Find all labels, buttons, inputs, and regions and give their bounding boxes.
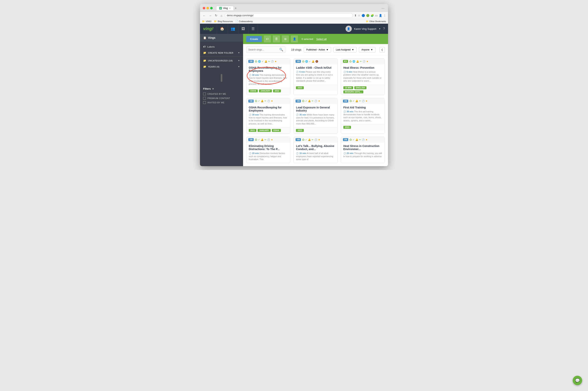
sort-filter-dropdown[interactable]: Last Assigned ▼ [333, 47, 357, 52]
bell-icon: 🔔 [308, 138, 311, 141]
power-icon: ⏻ [349, 60, 352, 63]
person-filter-chevron: ▼ [371, 48, 373, 51]
pencil-icon: ✏ [268, 60, 270, 63]
ving-card-7[interactable]: VM ⏻✓🔔✏🕐★ Let's Talk... Bullying, Abusiv… [294, 137, 337, 163]
filter-invited-by-me[interactable]: INVITED BY ME [203, 101, 240, 104]
sidebar-scrollbar[interactable] [221, 74, 222, 82]
maximize-traffic-light[interactable] [210, 7, 213, 9]
uncategorized-folder[interactable]: 📁 UNCATEGORIZED (18) ▼ [200, 58, 243, 64]
person-filter-dropdown[interactable]: Anyone ▼ [359, 47, 375, 52]
extension-icon-2[interactable]: 🟢 [366, 14, 369, 17]
tag-action-btn[interactable]: 🏷 [264, 35, 271, 42]
user-profile-icon[interactable]: 👤 [379, 14, 382, 17]
ving-card-header: VM ⏻✓🔔✏🕐★ [341, 98, 385, 104]
years-chevron: ▼ [238, 66, 240, 68]
filter-checkbox-invited[interactable] [203, 101, 206, 104]
sidebar-icon[interactable]: ▭ [375, 14, 378, 17]
ving-desc: 🕐 25 min Through this training, you will… [343, 152, 382, 158]
ving-time: 🕐 30 min [249, 113, 259, 116]
ving-card-5[interactable]: VM ⏻✓🔔✏🕐★ First Aid Training 🕐 30 min Th… [341, 98, 385, 134]
tab-favicon: V [219, 7, 222, 9]
pencil-icon: ✏ [360, 60, 362, 63]
bookmark-ving[interactable]: 📁 VING! [202, 20, 212, 23]
ving-time: 🕐 30 min [343, 110, 354, 113]
ving-desc: 🕐 30 min This first aid training demonst… [343, 110, 382, 122]
minimize-traffic-light[interactable] [206, 7, 209, 9]
new-tab-button[interactable]: + [235, 6, 237, 10]
filter-checkbox-premium[interactable] [203, 97, 206, 99]
bell-icon: 🔔 [356, 60, 359, 63]
app-logo[interactable]: ving! [203, 26, 213, 31]
nav-users[interactable]: 👥 [228, 24, 238, 34]
years-folder[interactable]: 📁 YEARS (4) ▼ [200, 64, 243, 70]
star-icon: ★ [318, 99, 320, 102]
status-filter-dropdown[interactable]: Published - Active ▼ [304, 47, 331, 52]
nav-media[interactable]: 🖼 [238, 24, 248, 34]
action-bar: Create 🏷 🗄 ⧉ 👤 0 selected Select all [243, 34, 388, 44]
other-bookmarks[interactable]: 📁 Other Bookmarks [366, 20, 386, 23]
url-bar[interactable] [225, 13, 353, 18]
create-folder-label: CREATE NEW FOLDER [208, 52, 233, 54]
check-icon: ✓ [258, 99, 260, 102]
ving-tag: 2021 [249, 129, 256, 132]
labels-title: Labels [207, 46, 215, 48]
nav-home[interactable]: 🏠 [217, 24, 228, 34]
ving-time: 🕐 20 min [249, 152, 259, 155]
user-name: Karen Ving Support [354, 27, 376, 30]
share-icon[interactable]: ⬆ [354, 14, 357, 17]
pencil-icon: ✏ [264, 99, 266, 102]
ving-card-header: VM ⏻✓🔔✏🕐★ [246, 137, 290, 142]
archive-action-btn[interactable]: 🗄 [273, 35, 280, 42]
person-filter-label: Anyone [361, 48, 369, 51]
copy-action-btn[interactable]: ⧉ [282, 35, 289, 42]
filter-bar: 🔍 19 vings Published - Active ▼ Last Ass… [243, 44, 388, 55]
ving-card-6[interactable]: VM ⏻✓🔔✏🕐★ Eliminating Driving Distractio… [246, 137, 290, 163]
ving-card-header: VM ⏻✓🔔✏🕐★ [294, 98, 337, 104]
star-icon: ★ [365, 99, 368, 102]
check-icon: ✓ [353, 138, 355, 141]
ving-card-3[interactable]: VM ⏻✓🔔✏🕐★ OSHA Recordkeeping for Employe… [246, 98, 290, 134]
filter-premium-content[interactable]: PREMIUM CONTENT [203, 97, 240, 99]
ving-card-1[interactable]: VM ⏻🌐✓🔔🔕 Ladder #345 - Check In/Out 🕐 5 … [294, 59, 337, 95]
user-dropdown-icon[interactable]: ▼ [379, 28, 381, 30]
ving-card-0[interactable]: VM ⏻🌐✓🔔✏🕐★ OSHA Recordkeeping for Employ… [246, 59, 290, 95]
bookmark-codeacademy[interactable]: 📄 Codeacademy [235, 20, 253, 23]
ving-tag: 2023 [296, 129, 303, 132]
nav-settings[interactable]: ☰ [248, 24, 258, 34]
vings-grid: VM ⏻🌐✓🔔✏🕐★ OSHA Recordkeeping for Employ… [243, 55, 388, 166]
ving-card-2[interactable]: KV ⏻🌐🔔✏🕐★ Heat Illness: Prevention 🕐 5 m… [341, 59, 385, 95]
ving-badge: VM [295, 138, 301, 141]
tab-close-btn[interactable]: ✕ [229, 7, 231, 9]
traffic-lights [203, 7, 213, 9]
create-button[interactable]: Create [246, 36, 262, 42]
reload-button[interactable]: ↻ [214, 13, 218, 18]
ving-card-body: Heat Illness: Prevention 🕐 5 min Heat il… [341, 64, 385, 85]
select-all-link[interactable]: Select all [316, 38, 327, 40]
ving-icons: ⏻✓🔔✏🕐★ [302, 138, 320, 141]
bookmark-blog-resources[interactable]: 📁 Blog Resources [214, 20, 233, 23]
back-button-grid[interactable]: ❮ [379, 47, 385, 52]
sidebar-labels-header[interactable]: 🏷 Labels [200, 44, 243, 50]
forward-button[interactable]: → [208, 13, 213, 18]
ving-icons: ⏻✓🔔✏🕐★ [255, 99, 273, 102]
home-button[interactable]: ⌂ [220, 13, 223, 18]
ving-card-8[interactable]: VM ⏻✓🔔✏🕐★ Heat Stress in Construction En… [341, 137, 385, 163]
back-button[interactable]: ← [202, 13, 206, 18]
vings-count: 19 vings [291, 48, 301, 51]
search-input[interactable] [248, 48, 278, 51]
active-tab[interactable]: V Ving ✕ [216, 6, 234, 10]
close-traffic-light[interactable] [203, 7, 205, 9]
ving-title: Eliminating Driving Distractions: To The… [249, 144, 288, 151]
bookmark-icon[interactable]: ☆ [358, 14, 360, 17]
assign-action-btn[interactable]: 👤 [291, 35, 298, 42]
create-new-folder-btn[interactable]: 📁 CREATE NEW FOLDER ▼ [200, 50, 243, 56]
filter-checkbox-created[interactable] [203, 93, 206, 95]
ving-card-4[interactable]: VM ⏻✓🔔✏🕐★ Lead Exposure in General Indus… [294, 98, 337, 134]
puzzle-icon[interactable]: 🧩 [371, 14, 374, 17]
extension-icon-1[interactable]: 🔵 [362, 14, 365, 17]
filter-created-by-me[interactable]: CREATED BY ME [203, 93, 240, 95]
globe-icon: 🌐 [352, 60, 355, 63]
menu-icon[interactable]: ⋮ [383, 14, 386, 17]
ving-card-footer: 10 MINENGLISHMODERN SAFE... [341, 85, 385, 95]
help-button[interactable]: ? [383, 27, 385, 30]
